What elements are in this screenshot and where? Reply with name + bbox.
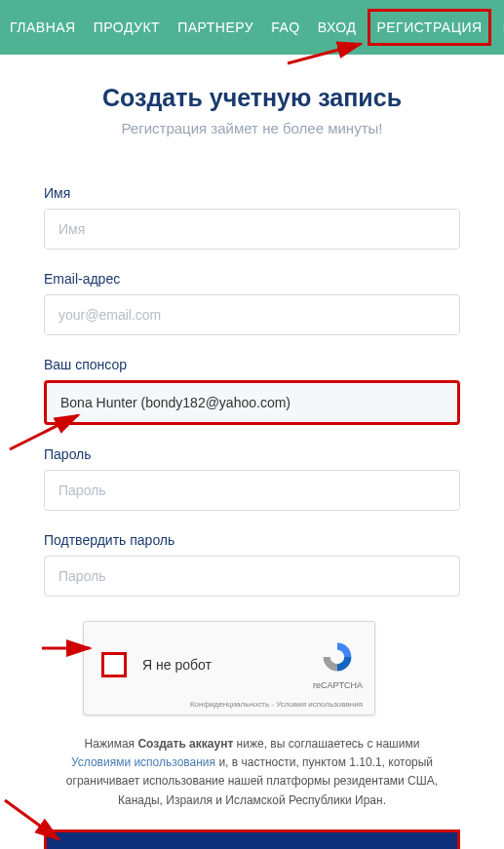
terms-bold: Создать аккаунт — [137, 737, 233, 751]
recaptcha-checkbox[interactable] — [101, 652, 127, 677]
email-label: Email-адрес — [44, 271, 460, 287]
page-subtitle: Регистрация займет не более минуты! — [44, 120, 460, 136]
terms-text: Нажимая Создать аккаунт ниже, вы соглаша… — [54, 735, 450, 810]
submit-button[interactable]: Создать учетную запись — [44, 830, 460, 849]
nav-partner[interactable]: ПАРТНЕРУ — [177, 19, 253, 35]
email-input[interactable] — [44, 294, 460, 335]
password-input[interactable] — [44, 470, 460, 511]
nav-home[interactable]: ГЛАВНАЯ — [10, 19, 76, 35]
recaptcha-footer: Конфиденциальность - Условия использован… — [96, 700, 363, 709]
form-container: Создать учетную запись Регистрация займе… — [0, 55, 504, 849]
terms-link[interactable]: Условиями использования — [71, 755, 215, 769]
nav-faq[interactable]: FAQ — [271, 19, 300, 35]
nav-product[interactable]: ПРОДУКТ — [94, 19, 160, 35]
top-navigation: ГЛАВНАЯ ПРОДУКТ ПАРТНЕРУ FAQ ВХОД РЕГИСТ… — [0, 0, 504, 55]
nav-login[interactable]: ВХОД — [318, 19, 357, 35]
recaptcha-brand: reCAPTCHA — [313, 680, 363, 690]
recaptcha-icon — [320, 639, 355, 675]
name-input[interactable] — [44, 209, 460, 250]
sponsor-input — [44, 380, 460, 425]
page-title: Создать учетную запись — [44, 84, 460, 112]
confirm-password-input[interactable] — [44, 556, 460, 597]
recaptcha-label: Я не робот — [142, 657, 212, 673]
nav-register[interactable]: РЕГИСТРАЦИЯ — [368, 9, 490, 46]
sponsor-label: Ваш спонсор — [44, 357, 460, 372]
recaptcha-box: Я не робот reCAPTCHA Конфиденциальность … — [83, 621, 375, 715]
name-label: Имя — [44, 185, 460, 201]
confirm-password-label: Подтвердить пароль — [44, 532, 460, 548]
password-label: Пароль — [44, 446, 460, 462]
